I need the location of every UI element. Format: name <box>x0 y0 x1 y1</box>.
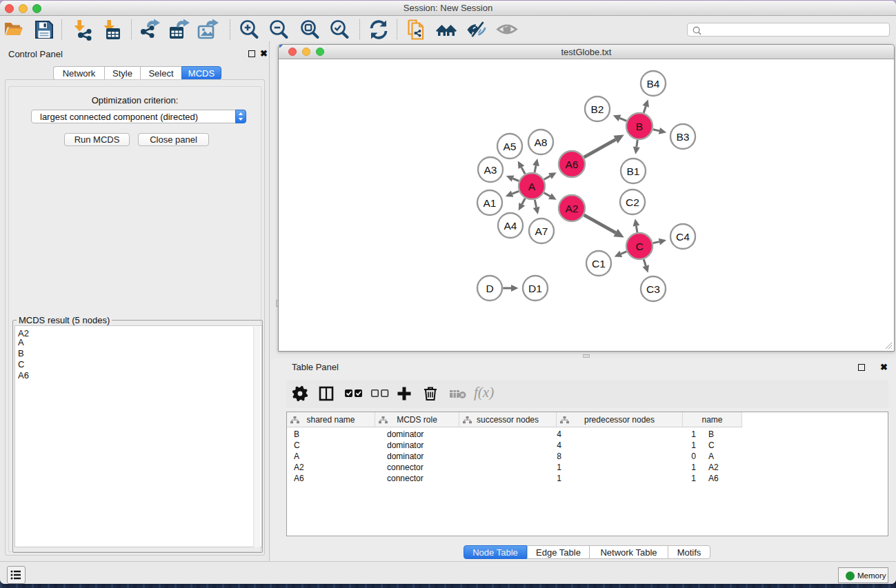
svg-text:B3: B3 <box>677 131 690 143</box>
svg-text:A8: A8 <box>535 136 548 148</box>
svg-text:D: D <box>486 283 493 294</box>
svg-text:C: C <box>635 241 643 252</box>
svg-text:C1: C1 <box>592 258 606 270</box>
svg-text:B1: B1 <box>627 165 640 177</box>
svg-text:C3: C3 <box>646 283 660 295</box>
svg-text:A6: A6 <box>566 159 579 170</box>
svg-text:A7: A7 <box>535 225 548 237</box>
svg-text:C2: C2 <box>626 196 639 208</box>
svg-text:A3: A3 <box>484 164 497 176</box>
svg-text:A5: A5 <box>504 141 517 152</box>
svg-text:A2: A2 <box>566 203 579 214</box>
svg-text:A1: A1 <box>484 197 497 209</box>
svg-text:D1: D1 <box>528 283 542 294</box>
svg-text:B2: B2 <box>591 103 604 115</box>
svg-text:B4: B4 <box>647 78 660 90</box>
svg-text:B: B <box>636 121 643 132</box>
svg-text:C4: C4 <box>676 231 690 243</box>
svg-text:A4: A4 <box>504 220 517 232</box>
svg-text:A: A <box>528 181 536 192</box>
